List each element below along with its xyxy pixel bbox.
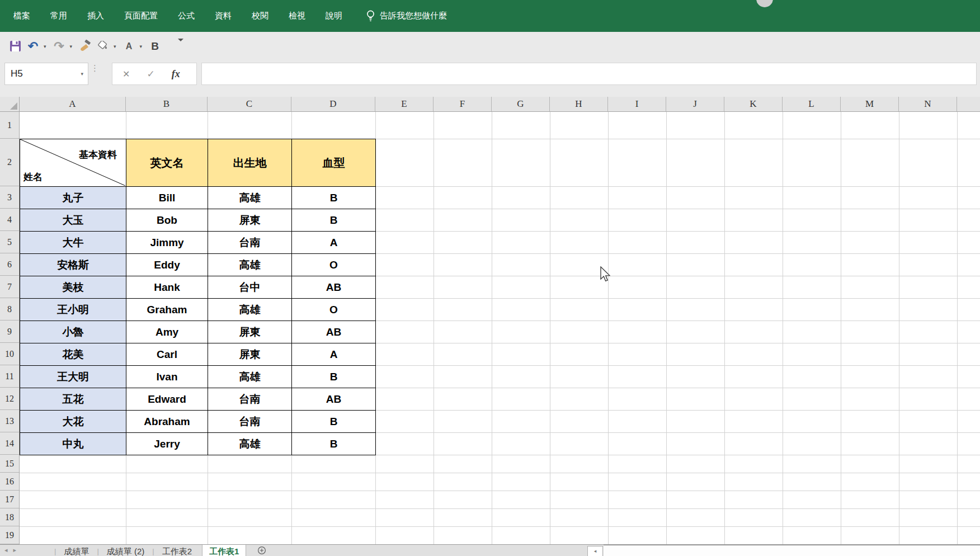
table-cell[interactable]: 高雄	[208, 254, 292, 276]
column-header[interactable]: D	[291, 97, 375, 111]
table-cell[interactable]: 台南	[208, 411, 292, 433]
row-header[interactable]: 13	[0, 410, 19, 432]
redo-dropdown[interactable]: ▾	[70, 44, 73, 49]
tell-me-box[interactable]: 告訴我您想做什麼	[366, 10, 447, 23]
name-cell[interactable]: 大玉	[20, 209, 126, 232]
table-cell[interactable]: 台南	[208, 388, 292, 411]
name-box-dropdown-icon[interactable]: ▾	[81, 71, 83, 77]
ribbon-tab-data[interactable]: 資料	[215, 11, 232, 21]
cancel-icon[interactable]: ✕	[123, 69, 130, 79]
table-cell[interactable]: O	[292, 254, 376, 276]
new-sheet-button[interactable]	[257, 546, 266, 556]
table-header-cell[interactable]: 血型	[292, 139, 376, 187]
row-header[interactable]: 15	[0, 455, 19, 473]
undo-button[interactable]: ↶	[26, 37, 40, 56]
row-header[interactable]: 17	[0, 491, 19, 508]
sheet-tab[interactable]: 工作表2	[156, 545, 199, 556]
table-cell[interactable]: 高雄	[208, 299, 292, 321]
name-cell[interactable]: 大牛	[20, 232, 126, 254]
table-cell[interactable]: AB	[292, 321, 376, 343]
sheet-tab[interactable]: 成績單	[57, 545, 96, 556]
name-box[interactable]: H5 ▾	[4, 63, 88, 85]
table-cell[interactable]: AB	[292, 276, 376, 299]
table-cell[interactable]: B	[292, 366, 376, 388]
column-header[interactable]: E	[375, 97, 434, 111]
hscroll-left-button[interactable]: ◂	[587, 546, 603, 556]
table-cell[interactable]: A	[292, 343, 376, 366]
row-header[interactable]: 9	[0, 321, 19, 343]
table-corner-cell[interactable]: 基本資料姓名	[20, 139, 126, 187]
table-cell[interactable]: Eddy	[126, 254, 208, 276]
row-header[interactable]: 7	[0, 276, 19, 298]
column-header[interactable]: F	[434, 97, 492, 111]
name-cell[interactable]: 中丸	[20, 433, 126, 455]
ribbon-tab-help[interactable]: 說明	[326, 11, 342, 21]
row-header[interactable]: 14	[0, 432, 19, 455]
column-header[interactable]: A	[20, 97, 126, 111]
table-cell[interactable]: Edward	[126, 388, 208, 411]
column-header[interactable]: L	[783, 97, 841, 111]
sheet-nav-arrows-icon[interactable]: ◂▸	[4, 546, 22, 554]
name-cell[interactable]: 花美	[20, 343, 126, 366]
avatar[interactable]	[756, 0, 773, 7]
font-color-dropdown[interactable]: ▾	[140, 44, 143, 49]
separator-dots-icon[interactable]: ⋮	[91, 65, 99, 71]
column-header[interactable]: H	[550, 97, 608, 111]
table-cell[interactable]: B	[292, 209, 376, 232]
column-header[interactable]: C	[208, 97, 291, 111]
table-cell[interactable]: B	[292, 433, 376, 455]
bold-button[interactable]: B	[148, 37, 162, 56]
table-cell[interactable]: 屏東	[208, 321, 292, 343]
name-cell[interactable]: 丸子	[20, 187, 126, 209]
formula-input[interactable]	[201, 63, 977, 85]
table-cell[interactable]: Hank	[126, 276, 208, 299]
ribbon-tab-home[interactable]: 常用	[50, 11, 67, 21]
table-header-cell[interactable]: 英文名	[126, 139, 208, 187]
name-cell[interactable]: 王小明	[20, 299, 126, 321]
column-header[interactable]: K	[724, 97, 783, 111]
row-header[interactable]: 12	[0, 388, 19, 410]
column-header[interactable]: G	[492, 97, 550, 111]
fill-color-dropdown[interactable]: ▾	[114, 44, 116, 49]
table-cell[interactable]: B	[292, 411, 376, 433]
table-cell[interactable]: O	[292, 299, 376, 321]
table-cell[interactable]: Carl	[126, 343, 208, 366]
insert-function-icon[interactable]: fx	[172, 68, 180, 80]
row-header[interactable]: 16	[0, 473, 19, 491]
table-cell[interactable]: Bill	[126, 187, 208, 209]
row-header[interactable]: 3	[0, 186, 19, 209]
format-painter-button[interactable]	[78, 37, 92, 56]
table-cell[interactable]: 高雄	[208, 187, 292, 209]
table-cell[interactable]: Bob	[126, 209, 208, 232]
table-cell[interactable]: Abraham	[126, 411, 208, 433]
sheet-tab[interactable]: 工作表1	[202, 545, 246, 556]
ribbon-tab-insert[interactable]: 插入	[87, 11, 104, 21]
select-all-button[interactable]	[0, 97, 20, 112]
column-header[interactable]: N	[899, 97, 957, 111]
name-cell[interactable]: 安格斯	[20, 254, 126, 276]
row-header[interactable]: 18	[0, 508, 19, 526]
row-header[interactable]: 6	[0, 253, 19, 276]
ribbon-tab-file[interactable]: 檔案	[13, 11, 30, 21]
table-cell[interactable]: B	[292, 187, 376, 209]
table-cell[interactable]: Amy	[126, 321, 208, 343]
column-header[interactable]: I	[608, 97, 666, 111]
row-header[interactable]: 11	[0, 365, 19, 388]
table-cell[interactable]: Ivan	[126, 366, 208, 388]
table-cell[interactable]: 台南	[208, 232, 292, 254]
row-header[interactable]: 2	[0, 139, 19, 186]
column-header[interactable]: B	[126, 97, 208, 111]
redo-button[interactable]: ↷	[52, 37, 67, 56]
row-header[interactable]: 4	[0, 209, 19, 231]
ribbon-tab-formulas[interactable]: 公式	[178, 11, 195, 21]
row-header[interactable]: 5	[0, 231, 19, 253]
ribbon-tab-review[interactable]: 校閱	[252, 11, 268, 21]
ribbon-tab-layout[interactable]: 頁面配置	[124, 11, 158, 21]
name-cell[interactable]: 五花	[20, 388, 126, 411]
row-header[interactable]: 19	[0, 526, 19, 544]
save-button[interactable]	[8, 37, 22, 56]
table-cell[interactable]: 台中	[208, 276, 292, 299]
table-cell[interactable]: Jimmy	[126, 232, 208, 254]
column-header[interactable]: M	[841, 97, 899, 111]
fill-color-button[interactable]	[96, 37, 110, 56]
